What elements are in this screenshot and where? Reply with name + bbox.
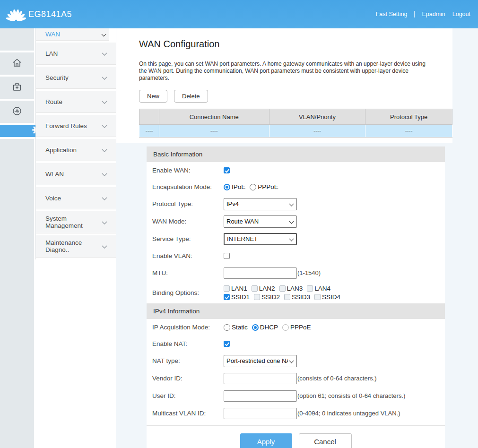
mtu-hint: (1-1540) — [297, 269, 321, 276]
diagnose-nav-button[interactable] — [0, 101, 34, 123]
binding-options-row: Binding Options: LAN1 LAN2 LAN3 LAN4 SSI… — [147, 282, 445, 303]
connection-table: Connection Name VLAN/Priority Protocol T… — [139, 109, 452, 138]
delete-button[interactable]: Delete — [174, 90, 208, 103]
service-type-label: Service Type: — [152, 235, 224, 242]
sidebar-item-system-management[interactable]: System Management — [36, 211, 116, 233]
mtu-label: MTU: — [152, 269, 224, 276]
ipv4-pppoe-radio[interactable] — [282, 324, 289, 331]
sidebar-item-label: Application — [45, 146, 77, 154]
encapsulation-mode-label: Encapsulation Mode: — [152, 183, 224, 190]
ip-acquisition-mode-row: IP Acquisition Mode: Static DHCP PPPoE — [147, 319, 445, 336]
device-model: EG8141A5 — [28, 9, 72, 19]
sidebar-item-wan[interactable]: WAN — [36, 28, 109, 41]
cell-protocol-type: ---- — [365, 125, 452, 138]
ssid1-label: SSID1 — [231, 293, 250, 301]
chevron-down-icon — [102, 170, 107, 178]
header-links: Fast Setting Epadmin Logout — [376, 11, 470, 17]
user-id-input[interactable] — [224, 390, 297, 402]
fast-setting-link[interactable]: Fast Setting — [376, 11, 408, 17]
static-radio[interactable] — [224, 324, 230, 331]
chevron-down-icon — [102, 97, 107, 106]
ipv4-information-header: IPv4 Information — [147, 303, 445, 319]
toolbox-plus-icon — [11, 81, 23, 95]
multicast-vlan-id-label: Multicast VLAN ID: — [152, 410, 224, 417]
sidebar-item-wlan[interactable]: WLAN — [36, 163, 116, 185]
pppoe-radio[interactable] — [250, 184, 256, 190]
sidebar-item-label: WLAN — [45, 171, 64, 178]
sidebar-item-forward-rules[interactable]: Forward Rules — [36, 115, 116, 137]
ssid2-checkbox[interactable] — [254, 294, 260, 300]
home-icon — [11, 57, 23, 70]
icon-slot-empty — [0, 28, 34, 51]
lan3-label: LAN3 — [287, 285, 303, 292]
lan4-checkbox[interactable] — [307, 285, 313, 292]
chevron-down-icon — [102, 242, 107, 250]
sidebar-item-maintenance-diagnose[interactable]: Maintenance Diagno.. — [36, 235, 116, 258]
cancel-button[interactable]: Cancel — [299, 433, 352, 448]
sidebar-item-label: Voice — [45, 195, 61, 202]
table-row[interactable]: ---- ---- ---- ---- — [139, 125, 452, 138]
static-radio-label: Static — [232, 324, 248, 331]
home-nav-button[interactable] — [0, 52, 34, 75]
sidebar-item-label: System Management — [45, 215, 102, 229]
enable-vlan-checkbox[interactable] — [224, 253, 230, 259]
sidebar-item-application[interactable]: Application — [36, 139, 116, 161]
ssid3-checkbox[interactable] — [284, 294, 290, 300]
sidebar-item-route[interactable]: Route — [36, 91, 116, 113]
mtu-input[interactable] — [224, 267, 297, 279]
router-admin-page: EG8141A5 Fast Setting Epadmin Logout — [0, 0, 478, 448]
lan1-checkbox[interactable] — [224, 285, 230, 292]
protocol-type-row: Protocol Type: IPv4 — [147, 195, 445, 213]
dhcp-radio[interactable] — [252, 324, 259, 331]
protocol-type-label: Protocol Type: — [152, 200, 224, 207]
lan1-label: LAN1 — [231, 285, 247, 292]
cell-vlan-priority: ---- — [269, 125, 365, 138]
chevron-down-icon — [102, 218, 107, 226]
page-description: On this page, you can set WAN port param… — [139, 60, 430, 82]
table-header-protocol-type: Protocol Type — [365, 109, 452, 125]
ssid4-label: SSID4 — [322, 293, 340, 301]
multicast-vlan-id-hint: (0-4094; 0 indicates untagged VLAN.) — [297, 410, 400, 417]
sidebar-item-voice[interactable]: Voice — [36, 187, 116, 209]
new-button[interactable]: New — [139, 90, 167, 103]
wan-config-form: Basic Information Enable WAN: Encapsulat… — [147, 146, 445, 448]
sidebar-item-label: Forward Rules — [45, 122, 87, 129]
mtu-row: MTU: (1-1540) — [147, 264, 445, 282]
vendor-id-input[interactable] — [224, 373, 297, 384]
enable-nat-checkbox[interactable] — [224, 341, 230, 347]
cell-connection-name: ---- — [159, 125, 269, 138]
enable-nat-label: Enable NAT: — [152, 340, 224, 347]
multicast-vlan-id-row: Multicast VLAN ID: (0-4094; 0 indicates … — [147, 405, 445, 422]
lan2-checkbox[interactable] — [252, 285, 258, 292]
sidebar-menu: WAN LAN Security Route Forward Rules App… — [35, 28, 116, 259]
ssid1-checkbox[interactable] — [224, 294, 230, 300]
logout-link[interactable]: Logout — [452, 11, 470, 17]
service-type-row: Service Type: INTERNET — [147, 230, 445, 248]
multicast-vlan-id-input[interactable] — [224, 408, 297, 419]
sidebar-item-label: WAN — [45, 31, 60, 38]
iconbar-filler — [0, 139, 34, 448]
table-header-vlan-priority: VLAN/Priority — [269, 109, 365, 125]
sidebar-item-security[interactable]: Security — [36, 67, 116, 89]
toolbox-nav-button[interactable] — [0, 77, 34, 99]
chevron-down-icon — [102, 121, 107, 130]
lan4-label: LAN4 — [314, 285, 330, 292]
nat-type-select[interactable]: Port-restricted cone NAT — [224, 355, 297, 367]
enable-wan-checkbox[interactable] — [224, 167, 230, 173]
service-type-select[interactable]: INTERNET — [224, 233, 297, 245]
protocol-type-select[interactable]: IPv4 — [224, 198, 297, 210]
chevron-down-icon — [102, 194, 107, 202]
sidebar-item-lan[interactable]: LAN — [36, 43, 116, 65]
user-account-link[interactable]: Epadmin — [422, 11, 445, 17]
cell-select: ---- — [139, 125, 159, 138]
dhcp-radio-label: DHCP — [260, 324, 278, 331]
ipoe-radio[interactable] — [224, 184, 230, 190]
lan3-checkbox[interactable] — [279, 285, 286, 292]
apply-button[interactable]: Apply — [240, 433, 292, 448]
nat-type-label: NAT type: — [152, 357, 224, 364]
lan2-label: LAN2 — [259, 285, 275, 292]
wan-mode-select[interactable]: Route WAN — [224, 215, 297, 228]
chevron-down-icon — [102, 146, 107, 154]
ssid4-checkbox[interactable] — [314, 294, 321, 300]
sidebar-item-label: LAN — [45, 50, 58, 57]
